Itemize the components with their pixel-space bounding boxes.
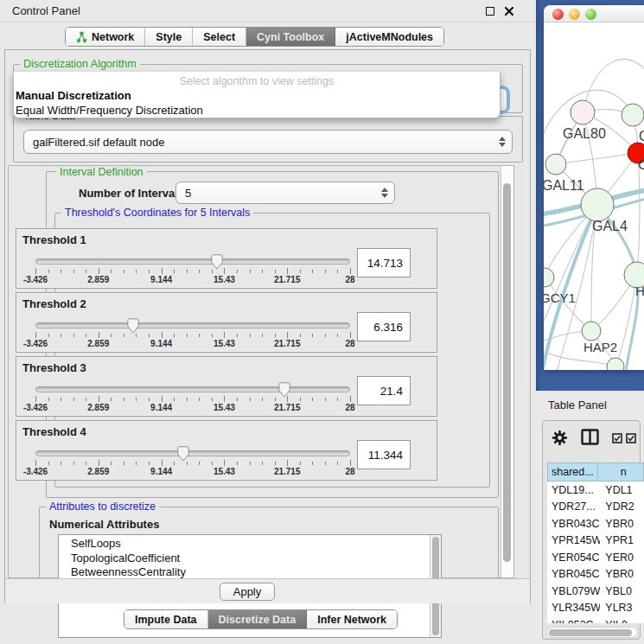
close-traffic-light-icon[interactable] (552, 9, 564, 20)
combobox-stepper-icon (499, 137, 506, 147)
minimize-traffic-light-icon[interactable] (569, 9, 580, 20)
slider-tick (187, 334, 188, 337)
slider-tick (237, 334, 238, 337)
slider-tick (35, 268, 36, 274)
gear-icon[interactable] (552, 430, 568, 446)
slider-thumb-icon[interactable] (211, 254, 224, 270)
slider-track[interactable] (35, 322, 350, 328)
slider-thumb-icon[interactable] (126, 318, 139, 334)
settings-scrollbar-thumb[interactable] (503, 183, 511, 562)
slider-tick (99, 332, 99, 338)
column-header-name[interactable]: n (598, 462, 644, 481)
slider-ticks (35, 396, 350, 402)
table-row[interactable]: YER054CYER0 (547, 549, 644, 566)
slider-track[interactable] (35, 450, 350, 456)
node-label-gal4: GAL4 (592, 219, 628, 233)
tab-cyni-toolbox[interactable]: Cyni Toolbox (246, 28, 335, 46)
threshold-1-slider[interactable]: -3.4262.8599.14415.4321.71528 (35, 255, 350, 286)
close-icon[interactable] (504, 6, 514, 16)
slider-tick (350, 396, 351, 402)
tab-infer-network[interactable]: Infer Network (307, 610, 397, 628)
threshold-2-slider[interactable]: -3.4262.8599.14415.4321.71528 (35, 319, 350, 350)
apply-button[interactable]: Apply (220, 583, 275, 601)
split-view-icon[interactable] (581, 429, 599, 446)
slider-tick (287, 268, 288, 274)
slider-tick (162, 332, 163, 338)
slider-tick (99, 460, 99, 466)
slider-tick (124, 462, 124, 465)
number-of-intervals-combobox[interactable]: 5 (175, 182, 395, 204)
slider-tick (212, 334, 213, 337)
threshold-panel-3: Threshold 3 -3.4262.8599.14415.4321.7152… (16, 356, 437, 417)
network-node-hap2[interactable] (582, 322, 601, 341)
threshold-4-value-field[interactable] (357, 440, 411, 469)
threshold-4-slider[interactable]: -3.4262.8599.14415.4321.71528 (35, 447, 350, 478)
slider-tick (48, 398, 49, 401)
network-canvas[interactable]: GAL80 GAL11 GAL4 GCY1 HAP2 G C H (544, 22, 644, 370)
slider-tick (174, 270, 175, 273)
tab-style[interactable]: Style (145, 28, 193, 46)
table-row[interactable]: YDR27...YDR2 (547, 499, 644, 516)
slider-track[interactable] (35, 386, 350, 392)
threshold-3-slider[interactable]: -3.4262.8599.14415.4321.71528 (35, 383, 350, 414)
table-row[interactable]: YDL19...YDL1 (547, 481, 644, 499)
slider-tick (275, 334, 276, 337)
settings-scroll-area: Interval Definition Number of Intervals … (8, 165, 514, 578)
tab-select[interactable]: Select (193, 28, 246, 46)
network-node-bottom[interactable] (607, 358, 624, 370)
slider-tick (73, 398, 74, 401)
slider-tick (312, 462, 313, 465)
float-window-icon[interactable] (486, 7, 494, 16)
network-node-g[interactable] (622, 104, 644, 126)
network-node-gal80[interactable] (571, 100, 595, 124)
table-row[interactable]: YBR045CYBR0 (547, 566, 644, 583)
slider-tick (275, 398, 276, 401)
table-row[interactable]: YLR345WYLR3 (547, 600, 644, 617)
slider-track[interactable] (35, 258, 350, 265)
slider-tick-label: 2.859 (87, 467, 109, 476)
slider-tick (300, 462, 301, 465)
popup-option-manual-discretization[interactable]: Manual Discretization (16, 89, 131, 102)
table-data-combobox[interactable]: galFiltered.sif default node (23, 130, 513, 154)
tab-network[interactable]: Network (66, 28, 145, 46)
table-row[interactable]: YPR145WYPR1 (547, 532, 644, 550)
threshold-3-value-field[interactable] (357, 376, 411, 405)
popup-option-equal-width[interactable]: Equal Width/Frequency Discretization (16, 104, 203, 117)
checkbox-checked-icon[interactable] (626, 433, 636, 443)
slider-tick-label: -3.426 (23, 275, 48, 284)
tab-jactivemnodules[interactable]: jActiveMNodules (335, 28, 443, 46)
zoom-traffic-light-icon[interactable] (585, 9, 596, 20)
checkbox-checked-icon[interactable] (612, 433, 622, 443)
slider-tick (275, 462, 276, 465)
node-label-c-partial: C (638, 157, 644, 172)
table-row[interactable]: YBL079WYBL0 (547, 583, 644, 600)
node-label-hap2: HAP2 (583, 340, 617, 354)
algorithm-popup: Select algorithm to view settings Manual… (13, 72, 501, 118)
slider-tick (174, 462, 175, 465)
tab-discretize-data[interactable]: Discretize Data (208, 610, 308, 628)
column-header-shared-name[interactable]: shared... (547, 462, 598, 481)
threshold-2-value-field[interactable] (357, 312, 411, 341)
tab-impute-data[interactable]: Impute Data (124, 610, 208, 628)
slider-tick (187, 270, 188, 273)
table-horizontal-scrollbar[interactable] (546, 627, 638, 638)
number-of-intervals-label: Number of Intervals (79, 187, 184, 200)
slider-thumb-icon[interactable] (277, 382, 290, 398)
table-row[interactable]: YBR043CYBR0 (547, 515, 644, 532)
table-row[interactable]: YIL052CYIL0 (547, 616, 644, 623)
slider-tick (86, 270, 86, 273)
slider-tick (262, 334, 263, 337)
slider-tick-label: 15.43 (214, 275, 235, 284)
threshold-1-value-field[interactable] (357, 248, 411, 277)
slider-tick (312, 398, 313, 401)
slider-tick (262, 398, 263, 401)
network-node-gal4[interactable] (581, 188, 614, 221)
settings-vertical-scrollbar[interactable] (501, 166, 513, 577)
list-item-topologicalcoefficient[interactable]: TopologicalCoefficient (59, 552, 441, 566)
table-scrollbar-thumb[interactable] (549, 629, 632, 636)
network-node-gcy1[interactable] (544, 268, 554, 287)
network-node-gal11[interactable] (545, 154, 566, 175)
slider-tick (337, 462, 338, 465)
slider-thumb-icon[interactable] (177, 446, 190, 462)
list-item-selfloops[interactable]: SelfLoops (59, 537, 441, 552)
